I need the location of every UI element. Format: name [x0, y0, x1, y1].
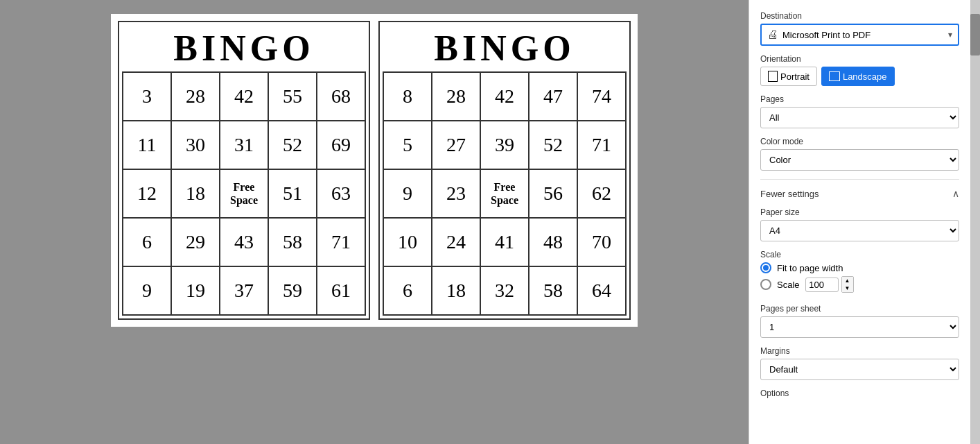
pages-label: Pages [760, 94, 959, 104]
pages-per-sheet-label: Pages per sheet [760, 304, 959, 314]
bingo-cell: 55 [269, 73, 317, 121]
bingo-title-1: BINGO [122, 25, 366, 71]
options-section: Options [760, 388, 959, 401]
bingo-cell: 9 [384, 170, 432, 219]
bingo-card-1: BINGO 32842556811303152691218FreeSpace51… [118, 21, 370, 320]
bingo-cell: 58 [530, 267, 578, 316]
bingo-cell: 31 [220, 121, 269, 170]
printer-icon: 🖨 [767, 28, 778, 41]
bingo-cell: 63 [317, 170, 366, 219]
fit-to-page-width-option: Fit to page width [760, 262, 959, 273]
bingo-cell: 32 [481, 267, 530, 316]
bingo-cell: 74 [578, 73, 627, 121]
fewer-settings-label: Fewer settings [760, 189, 819, 199]
portrait-label: Portrait [780, 71, 810, 82]
bingo-cell: 70 [578, 219, 627, 267]
scroll-track[interactable] [970, 0, 980, 444]
bingo-cell: 5 [384, 121, 432, 170]
bingo-cell: 42 [481, 73, 530, 121]
bingo-cell: 12 [123, 170, 172, 219]
fewer-settings-toggle[interactable]: Fewer settings ∧ [760, 188, 959, 199]
orientation-row: Portrait Landscape [760, 67, 959, 86]
paper-size-label: Paper size [760, 207, 959, 217]
bingo-cell: 52 [530, 121, 578, 170]
portrait-button[interactable]: Portrait [760, 67, 817, 86]
scroll-thumb[interactable] [970, 14, 980, 56]
bingo-cell: 48 [530, 219, 578, 267]
scrollbar-area[interactable] [970, 0, 980, 444]
bingo-cell: 28 [172, 73, 220, 121]
bingo-cell: 42 [220, 73, 269, 121]
bingo-cell: 39 [481, 121, 530, 170]
bingo-grid-2: 828424774527395271923FreeSpace5662102441… [383, 71, 627, 316]
bingo-cell: 64 [578, 267, 627, 316]
bingo-cell: 9 [123, 267, 172, 316]
scale-section: Scale Fit to page width Scale ▲ ▼ [760, 250, 959, 296]
bingo-cell: 10 [384, 219, 432, 267]
scale-down-button[interactable]: ▼ [842, 284, 853, 292]
bingo-cell: 18 [432, 267, 481, 316]
bingo-grid-1: 32842556811303152691218FreeSpace51636294… [122, 71, 366, 316]
landscape-button[interactable]: Landscape [821, 67, 895, 86]
bingo-cell: 6 [384, 267, 432, 316]
bingo-cell: 51 [269, 170, 317, 219]
bingo-cards-container: BINGO 32842556811303152691218FreeSpace51… [111, 14, 638, 327]
bingo-cell: FreeSpace [220, 170, 269, 219]
portrait-icon [768, 71, 778, 82]
bingo-cell: 61 [317, 267, 366, 316]
bingo-title-2: BINGO [383, 25, 627, 71]
margins-select[interactable]: Default None Minimum Custom [760, 359, 959, 380]
bingo-cell: 37 [220, 267, 269, 316]
orientation-section: Orientation Portrait Landscape [760, 54, 959, 86]
landscape-icon [829, 71, 840, 81]
bingo-cell: 27 [432, 121, 481, 170]
options-label: Options [760, 388, 959, 398]
paper-size-select[interactable]: A4 Letter Legal A3 [760, 220, 959, 241]
pages-per-sheet-section: Pages per sheet 1 2 4 6 9 16 [760, 304, 959, 338]
chevron-up-icon: ∧ [952, 188, 959, 199]
bingo-cell: 29 [172, 219, 220, 267]
bingo-cell: 71 [578, 121, 627, 170]
color-mode-label: Color mode [760, 137, 959, 146]
divider-1 [760, 179, 959, 180]
color-mode-section: Color mode Color Black and white [760, 137, 959, 171]
scale-option-label: Scale [777, 280, 800, 290]
destination-value: Microsoft Print to PDF [782, 30, 944, 40]
bingo-cell: 43 [220, 219, 269, 267]
print-panel: Destination 🖨 Microsoft Print to PDF ▾ O… [749, 0, 970, 444]
bingo-cell: 18 [172, 170, 220, 219]
bingo-cell: 23 [432, 170, 481, 219]
paper-size-section: Paper size A4 Letter Legal A3 [760, 207, 959, 241]
bingo-cell: 19 [172, 267, 220, 316]
bingo-cell: 6 [123, 219, 172, 267]
destination-section: Destination 🖨 Microsoft Print to PDF ▾ [760, 11, 959, 46]
destination-select[interactable]: 🖨 Microsoft Print to PDF ▾ [760, 24, 959, 46]
fit-to-page-width-radio[interactable] [760, 262, 771, 273]
scale-custom-radio[interactable] [760, 279, 771, 290]
bingo-cell: 58 [269, 219, 317, 267]
margins-section: Margins Default None Minimum Custom [760, 346, 959, 380]
bingo-cell: 8 [384, 73, 432, 121]
preview-area: BINGO 32842556811303152691218FreeSpace51… [0, 0, 749, 444]
bingo-cell: 56 [530, 170, 578, 219]
bingo-cell: 30 [172, 121, 220, 170]
scale-number-input[interactable] [805, 278, 839, 292]
scale-label: Scale [760, 250, 959, 259]
bingo-cell: 59 [269, 267, 317, 316]
pages-per-sheet-select[interactable]: 1 2 4 6 9 16 [760, 316, 959, 338]
scale-up-button[interactable]: ▲ [842, 277, 853, 284]
bingo-cell: 11 [123, 121, 172, 170]
pages-section: Pages All Custom [760, 94, 959, 128]
destination-label: Destination [760, 11, 959, 21]
scale-input-group: ▲ ▼ [805, 276, 854, 293]
chevron-down-icon: ▾ [948, 30, 952, 40]
bingo-cell: 71 [317, 219, 366, 267]
bingo-card-2: BINGO 828424774527395271923FreeSpace5662… [378, 21, 631, 320]
bingo-cell: 3 [123, 73, 172, 121]
pages-select[interactable]: All Custom [760, 107, 959, 128]
landscape-label: Landscape [843, 71, 887, 82]
color-mode-select[interactable]: Color Black and white [760, 149, 959, 171]
bingo-cell: 47 [530, 73, 578, 121]
bingo-cell: 24 [432, 219, 481, 267]
scale-spinner: ▲ ▼ [841, 276, 854, 293]
